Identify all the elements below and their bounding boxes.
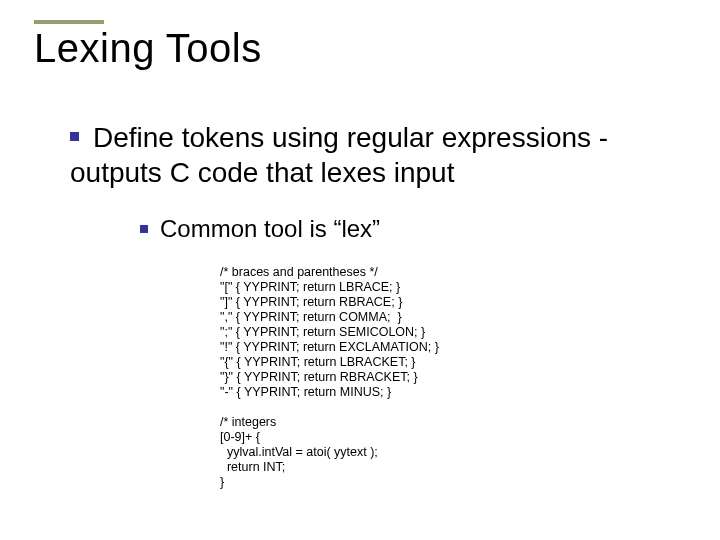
bullet-level-1: Define tokens using regular expressions … [70, 120, 690, 190]
code-block: /* braces and parentheses */ "[" { YYPRI… [220, 265, 439, 490]
square-bullet-icon [140, 225, 148, 233]
slide-title: Lexing Tools [34, 26, 262, 71]
title-rule [34, 20, 104, 24]
slide: Lexing Tools Define tokens using regular… [0, 0, 720, 540]
bullet-level-2: Common tool is “lex” [140, 215, 380, 243]
square-bullet-icon [70, 132, 79, 141]
bullet2-text: Common tool is “lex” [160, 215, 380, 242]
bullet1-text: Define tokens using regular expressions … [70, 122, 608, 188]
title-block: Lexing Tools [34, 20, 262, 71]
